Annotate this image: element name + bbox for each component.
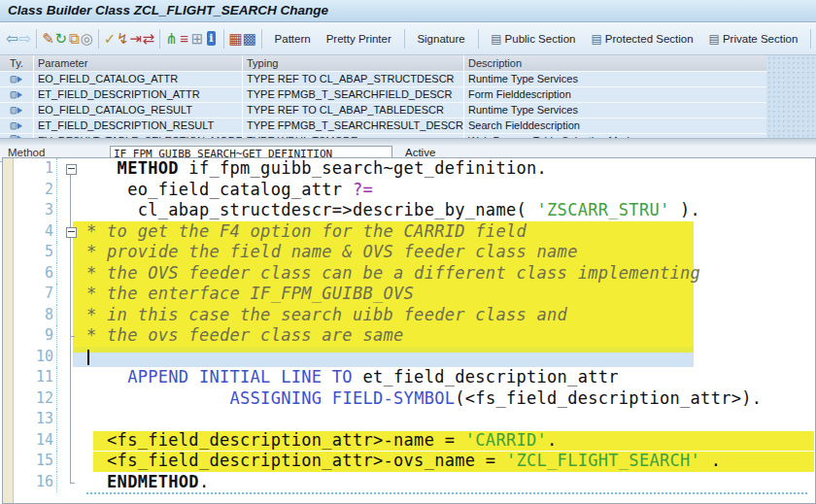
description-cell[interactable]: Runtime Type Services bbox=[464, 103, 766, 118]
inactive-version-icon[interactable]: ◎ bbox=[81, 30, 93, 48]
code-line[interactable]: 4* to get the F4 option for the CARRID f… bbox=[14, 221, 815, 243]
code-text[interactable]: APPEND INITIAL LINE TO et_field_descript… bbox=[85, 367, 815, 388]
code-editor[interactable]: 1 METHOD if_fpm_guibb_search~get_definit… bbox=[2, 157, 816, 504]
parameter-cell[interactable]: EO_FIELD_CATALOG_RESULT bbox=[34, 103, 243, 118]
table-row[interactable]: EO_FIELD_CATALOG_ATTRTYPE REF TO CL_ABAP… bbox=[0, 71, 766, 86]
pattern-button[interactable]: Pattern bbox=[267, 30, 319, 48]
code-line[interactable]: 7* the enterface IF_FPM_GUIBB_OVS bbox=[14, 284, 815, 305]
breakpoint-margin[interactable] bbox=[3, 158, 14, 503]
code-text[interactable]: * provide the field name & OVS feeder cl… bbox=[85, 242, 815, 263]
line-number[interactable]: 3 bbox=[14, 200, 57, 221]
code-line[interactable]: 1 METHOD if_fpm_guibb_search~get_definit… bbox=[14, 158, 815, 180]
code-line[interactable]: 3 cl_abap_structdescr=>describe_by_name(… bbox=[14, 200, 815, 221]
forward-icon[interactable]: ⇨ bbox=[18, 30, 31, 48]
fold-column[interactable] bbox=[57, 305, 85, 326]
debugger-settings-icon[interactable]: ▩ bbox=[243, 30, 256, 48]
table-row[interactable]: EV_RESULT_TABLE_SELECTION_MODETYPE WDUI_… bbox=[0, 133, 766, 138]
column-header-ty[interactable]: Ty. bbox=[0, 55, 34, 71]
code-text[interactable]: <fs_field_description_attr>-ovs_name = '… bbox=[85, 451, 815, 472]
code-text[interactable]: METHOD if_fpm_guibb_search~get_definitio… bbox=[85, 158, 815, 180]
code-line[interactable]: 13 bbox=[14, 409, 815, 430]
fold-column[interactable] bbox=[57, 200, 85, 221]
line-number[interactable]: 1 bbox=[14, 158, 57, 180]
navigate-icon[interactable]: ⇄ bbox=[142, 30, 154, 48]
parameter-cell[interactable]: ET_FIELD_DESCRIPTION_RESULT bbox=[34, 118, 243, 133]
fold-column[interactable] bbox=[57, 325, 85, 347]
code-text[interactable]: <fs_field_description_attr>-name = 'CARR… bbox=[85, 430, 815, 452]
fold-column[interactable] bbox=[57, 242, 85, 263]
description-cell[interactable]: Form Fielddescription bbox=[464, 87, 766, 102]
fold-column[interactable] bbox=[57, 180, 85, 201]
table-row[interactable]: EO_FIELD_CATALOG_RESULTTYPE REF TO CL_AB… bbox=[0, 102, 766, 118]
code-line[interactable]: 6* the OVS feeder class can be a differe… bbox=[14, 263, 815, 285]
hierarchy-icon[interactable]: ⋔ bbox=[165, 30, 178, 48]
parameter-cell[interactable]: EO_FIELD_CATALOG_ATTR bbox=[34, 72, 243, 86]
sort-icon[interactable]: ≡ bbox=[178, 30, 190, 47]
line-number[interactable]: 9 bbox=[14, 325, 57, 347]
signature-button[interactable]: Signature bbox=[409, 30, 472, 48]
typing-cell[interactable]: TYPE FPMGB_T_SEARCHFIELD_DESCR bbox=[243, 87, 464, 102]
code-line[interactable]: 8* in this case the search uibb feeder c… bbox=[14, 305, 815, 326]
line-number[interactable]: 16 bbox=[14, 472, 57, 493]
table-row[interactable]: ET_FIELD_DESCRIPTION_ATTRTYPE FPMGB_T_SE… bbox=[0, 86, 766, 102]
column-header-parameter[interactable]: Parameter bbox=[34, 55, 243, 71]
typing-cell[interactable]: TYPE REF TO CL_ABAP_TABLEDESCR bbox=[243, 103, 464, 118]
fold-column[interactable] bbox=[57, 388, 85, 410]
code-text[interactable]: * the OVS feeder class can be a differen… bbox=[85, 263, 815, 285]
line-number[interactable]: 8 bbox=[14, 305, 57, 326]
description-cell[interactable]: Web Dynpro: Table Selection Mode bbox=[464, 134, 766, 138]
fold-column[interactable] bbox=[57, 367, 85, 388]
line-number[interactable]: 5 bbox=[14, 242, 57, 263]
code-text[interactable]: ASSIGNING FIELD-SYMBOL(<fs_field_descrip… bbox=[85, 388, 815, 410]
fold-column[interactable] bbox=[57, 284, 85, 305]
line-number[interactable]: 2 bbox=[14, 180, 57, 201]
pretty-printer-button[interactable]: Pretty Printer bbox=[319, 30, 399, 48]
line-number[interactable]: 7 bbox=[14, 284, 57, 305]
line-number[interactable]: 4 bbox=[14, 221, 57, 243]
display-change-icon[interactable]: ✎ bbox=[42, 30, 54, 48]
public-section-button[interactable]: ▤Public Section bbox=[483, 29, 583, 49]
code-line[interactable]: 16 ENDMETHOD. bbox=[14, 472, 815, 493]
table-row[interactable]: ET_FIELD_DESCRIPTION_RESULTTYPE FPMGB_T_… bbox=[0, 118, 766, 133]
description-cell[interactable]: Search Fielddescription bbox=[464, 118, 766, 133]
code-text[interactable] bbox=[85, 347, 815, 368]
consistency-check-icon[interactable]: ↻ bbox=[54, 30, 67, 48]
collapse-icon[interactable] bbox=[66, 164, 77, 175]
code-text[interactable]: * in this case the search uibb feeder cl… bbox=[85, 305, 815, 326]
code-text[interactable]: ENDMETHOD. bbox=[85, 472, 815, 493]
parameter-cell[interactable]: ET_FIELD_DESCRIPTION_ATTR bbox=[34, 87, 243, 102]
code-line[interactable]: 15 <fs_field_description_attr>-ovs_name … bbox=[14, 451, 815, 472]
pane-splitter[interactable] bbox=[0, 139, 816, 146]
code-text[interactable]: * to get the F4 option for the CARRID fi… bbox=[85, 221, 815, 243]
collapse-icon[interactable] bbox=[66, 227, 77, 238]
description-cell[interactable]: Runtime Type Services bbox=[464, 72, 766, 86]
line-number[interactable]: 13 bbox=[14, 409, 57, 430]
fold-column[interactable] bbox=[57, 430, 85, 452]
line-number[interactable]: 15 bbox=[14, 451, 57, 472]
code-line[interactable]: 2 eo_field_catalog_attr ?= bbox=[14, 180, 815, 201]
back-icon[interactable]: ⇦ bbox=[6, 30, 18, 48]
code-text[interactable]: eo_field_catalog_attr ?= bbox=[85, 180, 815, 201]
typing-cell[interactable]: TYPE WDUI_TSMODE bbox=[243, 134, 464, 138]
code-line[interactable]: 11 APPEND INITIAL LINE TO et_field_descr… bbox=[14, 367, 815, 388]
fold-column[interactable] bbox=[57, 347, 85, 368]
typing-cell[interactable]: TYPE FPMGB_T_SEARCHRESULT_DESCR bbox=[243, 118, 464, 133]
line-number[interactable]: 14 bbox=[14, 430, 57, 452]
code-text[interactable]: * the enterface IF_FPM_GUIBB_OVS bbox=[85, 284, 815, 305]
code-line[interactable]: 12 ASSIGNING FIELD-SYMBOL(<fs_field_desc… bbox=[14, 388, 815, 410]
debugger-icon[interactable]: ▦ bbox=[229, 30, 243, 48]
code-text[interactable]: cl_abap_structdescr=>describe_by_name( '… bbox=[85, 200, 815, 221]
where-used-icon[interactable]: ⇥ bbox=[129, 30, 142, 48]
column-header-description[interactable]: Description bbox=[464, 55, 766, 71]
code-text[interactable]: * the ovs feeder class are same bbox=[85, 325, 815, 347]
fold-column[interactable] bbox=[57, 221, 85, 243]
code-text[interactable] bbox=[85, 409, 815, 430]
info-icon[interactable]: ℹ bbox=[207, 31, 216, 46]
code-line[interactable]: 14 <fs_field_description_attr>-name = 'C… bbox=[14, 430, 815, 452]
fold-column[interactable] bbox=[57, 158, 85, 180]
fold-column[interactable] bbox=[57, 409, 85, 430]
copy-icon[interactable]: ⧉ bbox=[67, 30, 80, 48]
line-number[interactable]: 12 bbox=[14, 388, 57, 410]
line-number[interactable]: 11 bbox=[14, 367, 57, 388]
typing-cell[interactable]: TYPE REF TO CL_ABAP_STRUCTDESCR bbox=[243, 72, 464, 86]
